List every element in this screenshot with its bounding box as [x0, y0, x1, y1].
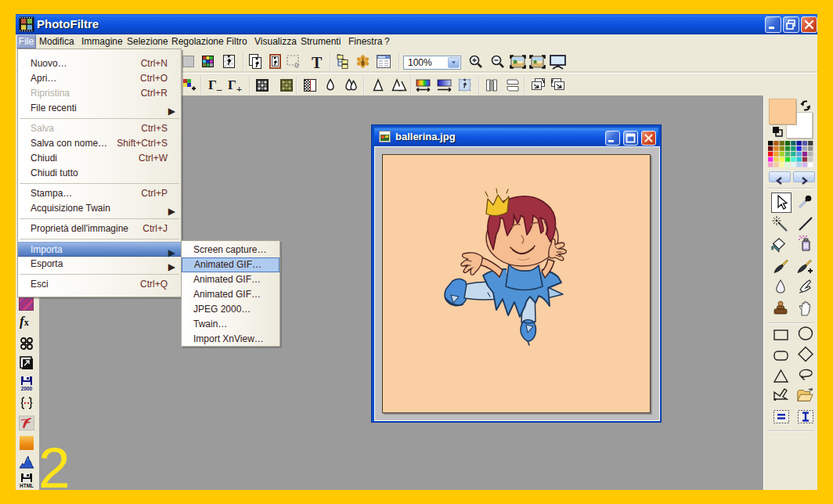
- svg-text:2000: 2000: [21, 386, 33, 391]
- svg-text:HTML: HTML: [20, 483, 34, 488]
